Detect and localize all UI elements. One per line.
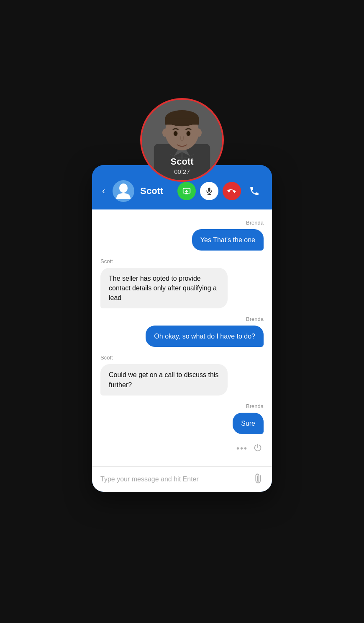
sender-label: Scott	[100, 354, 113, 361]
message-group: Scott Could we get on a call to discuss …	[100, 354, 264, 395]
contact-name: Scott	[140, 186, 172, 196]
message-bubble: Oh okay, so what do I have to do?	[146, 326, 264, 347]
sender-label: Brenda	[246, 316, 264, 322]
message-bubble: Could we get on a call to discuss this f…	[100, 364, 228, 395]
message-bubble: The seller has opted to provide contact …	[100, 268, 228, 309]
svg-point-10	[187, 131, 191, 136]
attach-button[interactable]	[251, 472, 266, 486]
message-group: Brenda Oh okay, so what do I have to do?	[100, 316, 264, 347]
call-circle: Scott 00:27	[140, 98, 224, 182]
svg-point-7	[162, 129, 168, 137]
call-timer: 00:27	[171, 168, 194, 175]
sender-label: Scott	[100, 258, 113, 264]
message-group: Brenda Sure	[100, 403, 264, 434]
svg-rect-6	[165, 118, 199, 124]
contact-avatar	[113, 180, 134, 202]
message-group: Scott The seller has opted to provide co…	[100, 258, 264, 309]
message-bubble: Yes That's the one	[192, 229, 264, 251]
svg-point-11	[119, 184, 128, 193]
call-info: Scott 00:27	[171, 156, 194, 175]
back-button[interactable]: ‹	[100, 184, 107, 198]
power-icon[interactable]	[254, 443, 262, 454]
action-dots-row: •••	[100, 443, 264, 454]
app-container: Scott 00:27 ‹ Scott	[92, 132, 272, 492]
end-call-button[interactable]	[223, 182, 241, 200]
sender-label: Brenda	[246, 403, 264, 409]
screen-share-button[interactable]	[177, 182, 196, 200]
messages-area: Brenda Yes That's the one Scott The sell…	[92, 209, 272, 466]
message-group: Brenda Yes That's the one	[100, 220, 264, 251]
message-bubble: Sure	[233, 413, 264, 434]
svg-point-9	[174, 131, 178, 136]
svg-point-8	[196, 129, 202, 137]
mute-button[interactable]	[200, 182, 218, 200]
sender-label: Brenda	[246, 220, 264, 226]
call-controls	[177, 182, 264, 200]
more-options-icon[interactable]: •••	[236, 444, 248, 453]
message-input[interactable]	[100, 476, 249, 483]
chat-panel: ‹ Scott	[92, 165, 272, 492]
phone-button[interactable]	[245, 182, 264, 200]
caller-name: Scott	[171, 156, 194, 167]
input-area	[92, 466, 272, 492]
svg-rect-13	[208, 187, 210, 191]
